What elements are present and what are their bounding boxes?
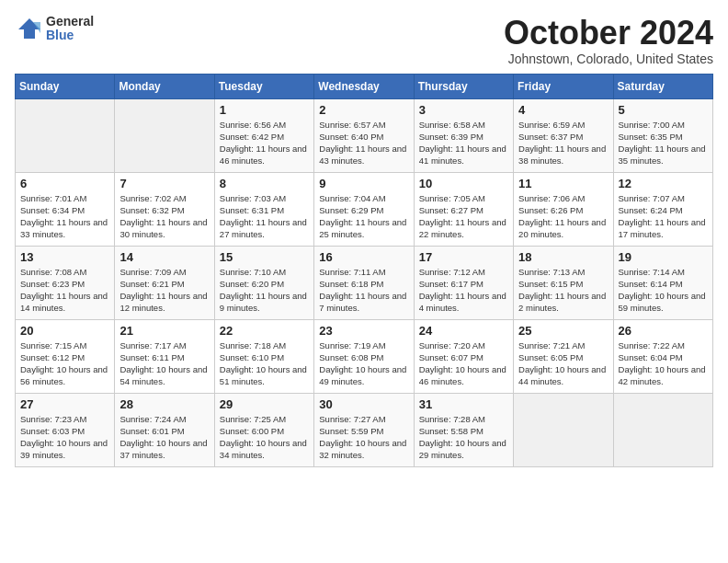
day-info: Sunrise: 7:05 AM Sunset: 6:27 PM Dayligh… xyxy=(419,192,508,241)
calendar-title: October 2024 xyxy=(504,15,713,52)
day-number: 20 xyxy=(20,324,109,338)
day-number: 22 xyxy=(220,324,309,338)
calendar-cell: 30 Sunrise: 7:27 AM Sunset: 5:59 PM Dayl… xyxy=(314,393,414,466)
calendar-cell: 28 Sunrise: 7:24 AM Sunset: 6:01 PM Dayl… xyxy=(115,393,214,466)
calendar-cell: 9 Sunrise: 7:04 AM Sunset: 6:29 PM Dayli… xyxy=(314,172,414,246)
daylight-label: Daylight: 11 hours and 4 minutes. xyxy=(419,291,506,313)
calendar-cell: 22 Sunrise: 7:18 AM Sunset: 6:10 PM Dayl… xyxy=(214,319,313,393)
calendar-cell: 2 Sunrise: 6:57 AM Sunset: 6:40 PM Dayli… xyxy=(314,98,414,172)
sunset-label: Sunset: 6:34 PM xyxy=(20,205,85,215)
calendar-cell: 31 Sunrise: 7:28 AM Sunset: 5:58 PM Dayl… xyxy=(414,393,513,466)
day-info: Sunrise: 7:15 AM Sunset: 6:12 PM Dayligh… xyxy=(20,339,109,388)
calendar-cell: 29 Sunrise: 7:25 AM Sunset: 6:00 PM Dayl… xyxy=(214,393,313,466)
daylight-label: Daylight: 10 hours and 39 minutes. xyxy=(20,438,108,460)
sunrise-label: Sunrise: 7:11 AM xyxy=(319,267,385,277)
daylight-label: Daylight: 11 hours and 22 minutes. xyxy=(419,217,506,239)
day-number: 3 xyxy=(419,103,508,117)
calendar-cell: 10 Sunrise: 7:05 AM Sunset: 6:27 PM Dayl… xyxy=(414,172,513,246)
day-number: 27 xyxy=(20,397,109,411)
day-info: Sunrise: 7:17 AM Sunset: 6:11 PM Dayligh… xyxy=(119,339,209,388)
daylight-label: Daylight: 10 hours and 32 minutes. xyxy=(319,438,406,460)
sunset-label: Sunset: 5:58 PM xyxy=(419,426,483,436)
day-number: 28 xyxy=(119,397,209,411)
sunset-label: Sunset: 6:40 PM xyxy=(319,132,383,142)
sunset-label: Sunset: 6:29 PM xyxy=(319,205,383,215)
day-number: 7 xyxy=(119,177,209,190)
day-info: Sunrise: 7:22 AM Sunset: 6:04 PM Dayligh… xyxy=(619,339,708,388)
day-number: 13 xyxy=(20,250,109,264)
daylight-label: Daylight: 10 hours and 29 minutes. xyxy=(419,438,506,460)
sunset-label: Sunset: 5:59 PM xyxy=(319,426,383,436)
day-info: Sunrise: 7:20 AM Sunset: 6:07 PM Dayligh… xyxy=(419,339,508,388)
day-info: Sunrise: 7:06 AM Sunset: 6:26 PM Dayligh… xyxy=(518,192,608,241)
calendar-week-row: 13 Sunrise: 7:08 AM Sunset: 6:23 PM Dayl… xyxy=(16,246,713,319)
day-info: Sunrise: 7:24 AM Sunset: 6:01 PM Dayligh… xyxy=(119,413,209,462)
day-info: Sunrise: 7:09 AM Sunset: 6:21 PM Dayligh… xyxy=(119,266,209,315)
sunrise-label: Sunrise: 7:22 AM xyxy=(619,340,685,350)
weekday-header-sunday: Sunday xyxy=(16,74,115,98)
calendar-cell: 27 Sunrise: 7:23 AM Sunset: 6:03 PM Dayl… xyxy=(16,393,115,466)
logo-blue-label: Blue xyxy=(46,29,94,42)
calendar-cell: 7 Sunrise: 7:02 AM Sunset: 6:32 PM Dayli… xyxy=(115,172,214,246)
sunrise-label: Sunrise: 6:58 AM xyxy=(419,120,485,130)
sunrise-label: Sunrise: 7:14 AM xyxy=(619,267,685,277)
day-info: Sunrise: 7:19 AM Sunset: 6:08 PM Dayligh… xyxy=(319,339,408,388)
sunrise-label: Sunrise: 7:05 AM xyxy=(419,193,485,203)
daylight-label: Daylight: 11 hours and 9 minutes. xyxy=(220,291,307,313)
calendar-table: SundayMondayTuesdayWednesdayThursdayFrid… xyxy=(15,74,713,467)
sunrise-label: Sunrise: 7:10 AM xyxy=(220,267,286,277)
daylight-label: Daylight: 11 hours and 46 minutes. xyxy=(220,144,307,166)
sunset-label: Sunset: 6:32 PM xyxy=(119,205,184,215)
day-info: Sunrise: 6:59 AM Sunset: 6:37 PM Dayligh… xyxy=(518,119,608,167)
calendar-location: Johnstown, Colorado, United States xyxy=(504,52,713,66)
sunset-label: Sunset: 6:10 PM xyxy=(220,352,284,362)
sunset-label: Sunset: 6:03 PM xyxy=(20,426,85,436)
calendar-header: SundayMondayTuesdayWednesdayThursdayFrid… xyxy=(16,74,713,98)
day-number: 4 xyxy=(518,103,608,117)
day-number: 9 xyxy=(319,177,408,190)
sunrise-label: Sunrise: 7:19 AM xyxy=(319,340,385,350)
weekday-header-saturday: Saturday xyxy=(613,74,712,98)
calendar-cell xyxy=(613,393,712,466)
sunset-label: Sunset: 6:07 PM xyxy=(419,352,483,362)
weekday-header-thursday: Thursday xyxy=(414,74,513,98)
sunset-label: Sunset: 6:04 PM xyxy=(619,352,683,362)
day-info: Sunrise: 7:23 AM Sunset: 6:03 PM Dayligh… xyxy=(20,413,109,462)
day-number: 24 xyxy=(419,324,508,338)
daylight-label: Daylight: 11 hours and 35 minutes. xyxy=(619,144,706,166)
calendar-cell: 13 Sunrise: 7:08 AM Sunset: 6:23 PM Dayl… xyxy=(16,246,115,319)
sunrise-label: Sunrise: 6:57 AM xyxy=(319,120,385,130)
calendar-week-row: 20 Sunrise: 7:15 AM Sunset: 6:12 PM Dayl… xyxy=(16,319,713,393)
sunrise-label: Sunrise: 7:28 AM xyxy=(419,414,485,424)
day-info: Sunrise: 6:56 AM Sunset: 6:42 PM Dayligh… xyxy=(220,119,309,167)
sunrise-label: Sunrise: 7:12 AM xyxy=(419,267,485,277)
day-info: Sunrise: 7:14 AM Sunset: 6:14 PM Dayligh… xyxy=(619,266,708,315)
day-number: 23 xyxy=(319,324,408,338)
sunrise-label: Sunrise: 7:15 AM xyxy=(20,340,86,350)
sunrise-label: Sunrise: 6:56 AM xyxy=(220,120,286,130)
daylight-label: Daylight: 11 hours and 41 minutes. xyxy=(419,144,506,166)
day-info: Sunrise: 7:01 AM Sunset: 6:34 PM Dayligh… xyxy=(20,192,109,241)
sunrise-label: Sunrise: 7:07 AM xyxy=(619,193,685,203)
weekday-header-friday: Friday xyxy=(514,74,613,98)
sunrise-label: Sunrise: 7:27 AM xyxy=(319,414,385,424)
calendar-cell: 6 Sunrise: 7:01 AM Sunset: 6:34 PM Dayli… xyxy=(16,172,115,246)
sunrise-label: Sunrise: 7:13 AM xyxy=(518,267,585,277)
day-number: 6 xyxy=(20,177,109,190)
calendar-week-row: 6 Sunrise: 7:01 AM Sunset: 6:34 PM Dayli… xyxy=(16,172,713,246)
sunset-label: Sunset: 6:24 PM xyxy=(619,205,683,215)
logo-general-label: General xyxy=(46,15,94,29)
sunset-label: Sunset: 6:18 PM xyxy=(319,279,383,289)
day-number: 25 xyxy=(518,324,608,338)
day-info: Sunrise: 7:27 AM Sunset: 5:59 PM Dayligh… xyxy=(319,413,408,462)
sunrise-label: Sunrise: 7:20 AM xyxy=(419,340,485,350)
daylight-label: Daylight: 10 hours and 59 minutes. xyxy=(619,291,706,313)
daylight-label: Daylight: 11 hours and 17 minutes. xyxy=(619,217,706,239)
day-number: 31 xyxy=(419,397,508,411)
calendar-cell: 20 Sunrise: 7:15 AM Sunset: 6:12 PM Dayl… xyxy=(16,319,115,393)
calendar-cell: 21 Sunrise: 7:17 AM Sunset: 6:11 PM Dayl… xyxy=(115,319,214,393)
weekday-header-row: SundayMondayTuesdayWednesdayThursdayFrid… xyxy=(16,74,713,98)
day-info: Sunrise: 7:21 AM Sunset: 6:05 PM Dayligh… xyxy=(518,339,608,388)
day-info: Sunrise: 7:28 AM Sunset: 5:58 PM Dayligh… xyxy=(419,413,508,462)
daylight-label: Daylight: 10 hours and 51 minutes. xyxy=(220,364,307,386)
